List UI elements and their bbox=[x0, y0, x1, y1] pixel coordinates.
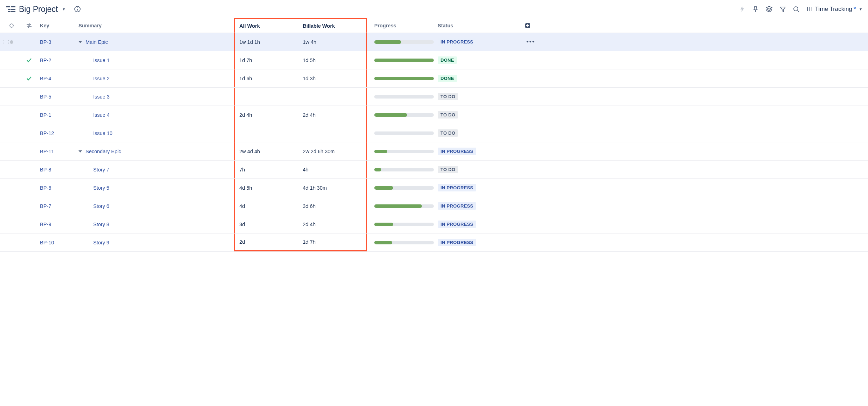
status-cell[interactable]: IN PROGRESS bbox=[436, 239, 516, 246]
summary-link[interactable]: Secondary Epic bbox=[86, 149, 121, 154]
table-row[interactable]: ⋮⋮BP-10Story 92d1d 7hIN PROGRESS••• bbox=[0, 234, 868, 252]
status-badge[interactable]: IN PROGRESS bbox=[438, 221, 476, 228]
summary-link[interactable]: Main Epic bbox=[86, 39, 108, 45]
issue-key[interactable]: BP-5 bbox=[38, 94, 76, 100]
status-cell[interactable]: DONE bbox=[436, 56, 516, 64]
summary-link[interactable]: Story 5 bbox=[93, 185, 109, 191]
issue-summary[interactable]: Issue 3 bbox=[76, 94, 234, 100]
status-cell[interactable]: IN PROGRESS bbox=[436, 38, 516, 46]
column-progress[interactable]: Progress bbox=[367, 23, 436, 28]
status-badge[interactable]: IN PROGRESS bbox=[438, 239, 476, 246]
column-all-work[interactable]: All Work bbox=[234, 18, 301, 33]
issue-summary[interactable]: Story 6 bbox=[76, 203, 234, 209]
table-row[interactable]: ⋮⋮BP-6Story 54d 5h4d 1h 30mIN PROGRESS••… bbox=[0, 179, 868, 197]
progress-bar bbox=[374, 168, 434, 171]
table-row[interactable]: ⋮⋮BP-1Issue 42d 4h2d 4hTO DO••• bbox=[0, 106, 868, 124]
status-cell[interactable]: IN PROGRESS bbox=[436, 148, 516, 155]
automation-icon[interactable] bbox=[739, 6, 745, 12]
table-row[interactable]: ⋮⋮BP-12Issue 10TO DO••• bbox=[0, 124, 868, 142]
issue-summary[interactable]: Issue 10 bbox=[76, 130, 234, 136]
project-title[interactable]: Big Project bbox=[19, 5, 58, 14]
issue-summary[interactable]: Main Epic bbox=[76, 39, 234, 45]
status-badge[interactable]: IN PROGRESS bbox=[438, 38, 476, 46]
summary-link[interactable]: Issue 4 bbox=[93, 112, 110, 118]
summary-link[interactable]: Story 8 bbox=[93, 222, 109, 227]
summary-link[interactable]: Issue 3 bbox=[93, 94, 110, 100]
status-cell[interactable]: TO DO bbox=[436, 111, 516, 119]
status-cell[interactable]: TO DO bbox=[436, 166, 516, 173]
issue-summary[interactable]: Issue 4 bbox=[76, 112, 234, 118]
issue-summary[interactable]: Story 7 bbox=[76, 167, 234, 172]
status-badge[interactable]: TO DO bbox=[438, 111, 458, 119]
progress-cell bbox=[367, 241, 436, 244]
expand-caret-icon[interactable] bbox=[78, 150, 82, 153]
chevron-down-icon[interactable]: ▾ bbox=[63, 7, 65, 12]
table-row[interactable]: ⋮⋮BP-8Story 77h4hTO DO••• bbox=[0, 161, 868, 179]
column-selection[interactable] bbox=[3, 23, 20, 28]
issue-summary[interactable]: Story 9 bbox=[76, 240, 234, 245]
status-cell[interactable]: TO DO bbox=[436, 93, 516, 100]
table-row[interactable]: ⋮⋮BP-11Secondary Epic2w 4d 4h2w 2d 6h 30… bbox=[0, 142, 868, 161]
status-badge[interactable]: TO DO bbox=[438, 93, 458, 100]
progress-fill bbox=[374, 186, 393, 190]
column-status[interactable]: Status bbox=[436, 23, 516, 28]
column-summary[interactable]: Summary bbox=[76, 23, 234, 28]
status-cell[interactable]: DONE bbox=[436, 75, 516, 82]
status-cell[interactable]: TO DO bbox=[436, 129, 516, 137]
progress-cell bbox=[367, 95, 436, 99]
column-billable-work[interactable]: Billable Work bbox=[301, 18, 367, 33]
summary-link[interactable]: Issue 10 bbox=[93, 130, 112, 136]
issue-key[interactable]: BP-1 bbox=[38, 112, 76, 118]
progress-fill bbox=[374, 241, 392, 244]
status-badge[interactable]: TO DO bbox=[438, 129, 458, 137]
issue-key[interactable]: BP-3 bbox=[38, 39, 76, 45]
summary-link[interactable]: Story 6 bbox=[93, 203, 109, 209]
summary-link[interactable]: Story 9 bbox=[93, 240, 109, 245]
issue-key[interactable]: BP-12 bbox=[38, 130, 76, 136]
layers-icon[interactable] bbox=[766, 6, 773, 13]
issue-key[interactable]: BP-11 bbox=[38, 149, 76, 154]
issue-key[interactable]: BP-7 bbox=[38, 203, 76, 209]
summary-link[interactable]: Story 7 bbox=[93, 167, 109, 172]
issue-summary[interactable]: Issue 2 bbox=[76, 76, 234, 81]
status-badge[interactable]: IN PROGRESS bbox=[438, 202, 476, 210]
status-badge[interactable]: DONE bbox=[438, 56, 457, 64]
status-badge[interactable]: IN PROGRESS bbox=[438, 184, 476, 191]
status-badge[interactable]: IN PROGRESS bbox=[438, 148, 476, 155]
drag-handle-icon[interactable]: ⋮⋮ bbox=[1, 39, 11, 45]
status-cell[interactable]: IN PROGRESS bbox=[436, 184, 516, 191]
table-row[interactable]: ⋮⋮BP-2Issue 11d 7h1d 5hDONE••• bbox=[0, 51, 868, 69]
expand-caret-icon[interactable] bbox=[78, 41, 82, 43]
row-actions-button[interactable]: ••• bbox=[516, 38, 537, 46]
summary-link[interactable]: Issue 1 bbox=[93, 57, 110, 63]
table-row[interactable]: ⋮⋮BP-3Main Epic1w 1d 1h1w 4hIN PROGRESS•… bbox=[0, 33, 868, 51]
issue-key[interactable]: BP-6 bbox=[38, 185, 76, 191]
filter-icon[interactable] bbox=[780, 6, 786, 12]
issue-summary[interactable]: Secondary Epic bbox=[76, 149, 234, 154]
view-selector[interactable]: Time Tracking* ▾ bbox=[807, 6, 862, 13]
table-row[interactable]: ⋮⋮BP-5Issue 3TO DO••• bbox=[0, 88, 868, 106]
column-key[interactable]: Key bbox=[38, 23, 76, 28]
issue-summary[interactable]: Story 8 bbox=[76, 222, 234, 227]
table-row[interactable]: ⋮⋮BP-9Story 83d2d 4hIN PROGRESS••• bbox=[0, 215, 868, 234]
info-icon[interactable] bbox=[74, 6, 81, 13]
issue-summary[interactable]: Issue 1 bbox=[76, 57, 234, 63]
pin-icon[interactable] bbox=[752, 6, 759, 12]
status-cell[interactable]: IN PROGRESS bbox=[436, 202, 516, 210]
issue-key[interactable]: BP-10 bbox=[38, 240, 76, 245]
svg-point-10 bbox=[794, 7, 798, 11]
table-row[interactable]: ⋮⋮BP-4Issue 21d 6h1d 3hDONE••• bbox=[0, 69, 868, 88]
issue-key[interactable]: BP-2 bbox=[38, 57, 76, 63]
table-row[interactable]: ⋮⋮BP-7Story 64d3d 6hIN PROGRESS••• bbox=[0, 197, 868, 215]
search-icon[interactable] bbox=[793, 6, 800, 13]
status-cell[interactable]: IN PROGRESS bbox=[436, 221, 516, 228]
summary-link[interactable]: Issue 2 bbox=[93, 76, 110, 81]
issue-key[interactable]: BP-8 bbox=[38, 167, 76, 172]
issue-summary[interactable]: Story 5 bbox=[76, 185, 234, 191]
status-badge[interactable]: TO DO bbox=[438, 166, 458, 173]
column-sync[interactable] bbox=[20, 23, 38, 28]
status-badge[interactable]: DONE bbox=[438, 75, 457, 82]
issue-key[interactable]: BP-9 bbox=[38, 222, 76, 227]
issue-key[interactable]: BP-4 bbox=[38, 76, 76, 81]
add-column-button[interactable] bbox=[516, 22, 537, 29]
